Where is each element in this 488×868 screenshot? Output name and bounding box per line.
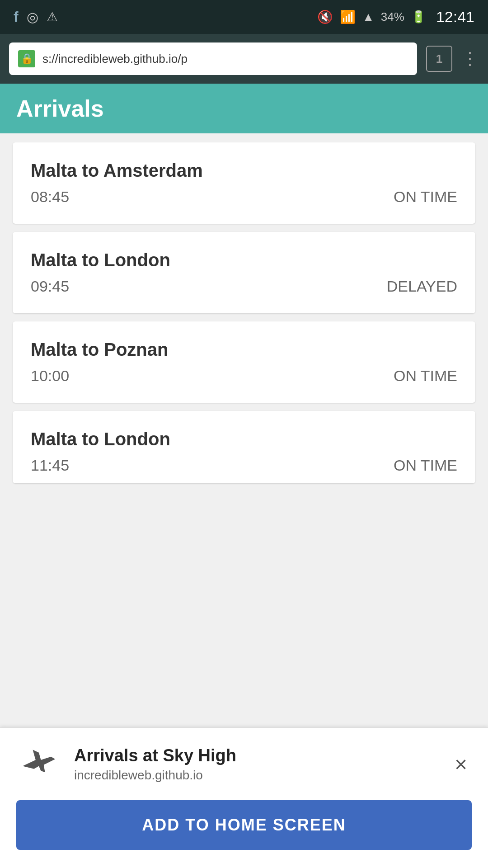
flight-details-2: 09:45 DELAYED <box>31 278 457 295</box>
flight-card-1[interactable]: Malta to Amsterdam 08:45 ON TIME <box>13 142 475 224</box>
signal-icon: ▲ <box>362 10 374 24</box>
flight-status-3: ON TIME <box>394 367 457 385</box>
install-banner-info: Arrivals at Sky High incredibleweb.githu… <box>16 741 236 787</box>
wifi-icon: 📶 <box>340 9 356 24</box>
flight-time-1: 08:45 <box>31 188 69 206</box>
flight-card-4[interactable]: Malta to London 11:45 ON TIME <box>13 411 475 483</box>
status-bar-right: 🔇 📶 ▲ 34% 🔋 12:41 <box>317 8 474 26</box>
tab-count[interactable]: 1 <box>426 46 452 72</box>
flight-time-3: 10:00 <box>31 367 69 385</box>
app-header: Arrivals <box>0 84 488 133</box>
status-bar-left: f ◎ ⚠ <box>14 9 58 25</box>
flight-status-4: ON TIME <box>394 457 457 474</box>
refresh-icon: ◎ <box>27 9 38 25</box>
browser-menu-button[interactable]: ⋮ <box>461 49 479 69</box>
browser-bar: 🔒 s://incredibleweb.github.io/p 1 ⋮ <box>0 34 488 84</box>
install-close-button[interactable]: × <box>450 747 472 781</box>
flight-route-3: Malta to Poznan <box>31 340 457 360</box>
install-text-group: Arrivals at Sky High incredibleweb.githu… <box>74 746 236 783</box>
flight-details-1: 08:45 ON TIME <box>31 188 457 206</box>
plane-icon <box>16 741 61 787</box>
flight-details-4: 11:45 ON TIME <box>31 457 457 474</box>
install-app-name: Arrivals at Sky High <box>74 746 236 765</box>
flight-status-2: DELAYED <box>387 278 457 295</box>
flight-details-3: 10:00 ON TIME <box>31 367 457 385</box>
flight-time-4: 11:45 <box>31 457 69 474</box>
flight-route-2: Malta to London <box>31 250 457 270</box>
flights-container: Malta to Amsterdam 08:45 ON TIME Malta t… <box>0 133 488 492</box>
lock-icon: 🔒 <box>18 50 35 67</box>
url-text: s://incredibleweb.github.io/p <box>42 52 188 66</box>
install-banner: Arrivals at Sky High incredibleweb.githu… <box>0 727 488 868</box>
page-title: Arrivals <box>16 95 104 122</box>
fb-icon: f <box>14 9 19 25</box>
flight-route-4: Malta to London <box>31 429 457 449</box>
install-banner-top: Arrivals at Sky High incredibleweb.githu… <box>16 741 472 787</box>
status-bar: f ◎ ⚠ 🔇 📶 ▲ 34% 🔋 12:41 <box>0 0 488 34</box>
mute-icon: 🔇 <box>317 9 333 24</box>
flight-status-1: ON TIME <box>394 188 457 206</box>
flight-card-3[interactable]: Malta to Poznan 10:00 ON TIME <box>13 321 475 403</box>
flight-time-2: 09:45 <box>31 278 69 295</box>
install-url: incredibleweb.github.io <box>74 768 236 783</box>
warning-icon: ⚠ <box>47 9 58 24</box>
battery-icon: 🔋 <box>411 10 426 24</box>
flight-card-2[interactable]: Malta to London 09:45 DELAYED <box>13 232 475 313</box>
add-to-home-button[interactable]: ADD TO HOME SCREEN <box>16 800 472 850</box>
battery-label: 34% <box>381 10 404 24</box>
flight-route-1: Malta to Amsterdam <box>31 160 457 181</box>
url-bar[interactable]: 🔒 s://incredibleweb.github.io/p <box>9 42 417 75</box>
status-time: 12:41 <box>436 8 474 26</box>
